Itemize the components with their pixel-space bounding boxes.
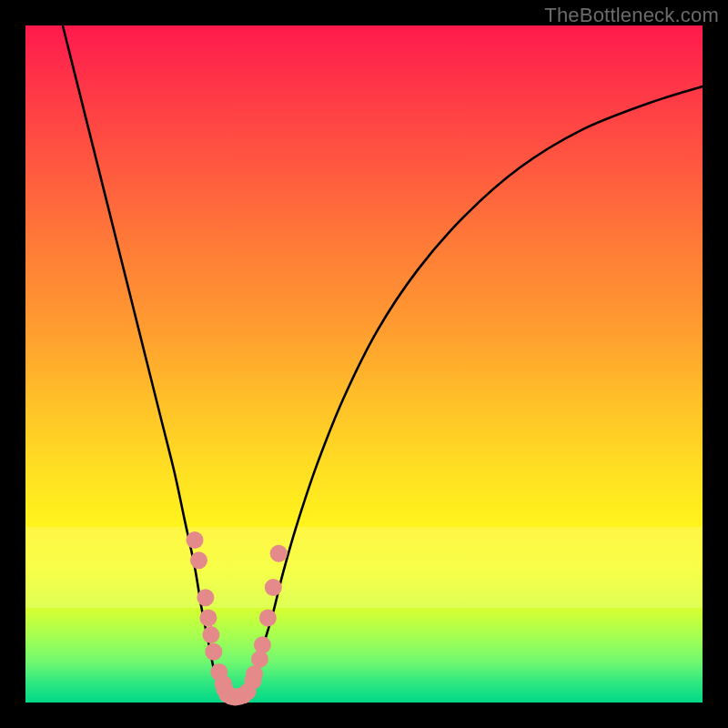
marker-dot — [259, 610, 277, 627]
marker-dot — [197, 589, 214, 606]
marker-dot — [199, 610, 217, 627]
marker-dot — [265, 579, 282, 596]
marker-dot — [205, 643, 222, 661]
marker-dot — [246, 665, 263, 682]
chart-frame: TheBottleneck.com — [0, 0, 728, 728]
plot-area — [25, 25, 703, 703]
marker-dot — [254, 636, 271, 653]
curves-svg — [25, 25, 703, 703]
right-curve-path — [246, 86, 703, 701]
marker-dot — [187, 531, 204, 549]
marker-dot — [190, 551, 207, 569]
watermark-text: TheBottleneck.com — [544, 4, 719, 27]
marker-dot — [270, 545, 288, 562]
right-curve — [246, 86, 703, 701]
marker-group — [187, 531, 288, 706]
marker-dot — [202, 626, 219, 643]
